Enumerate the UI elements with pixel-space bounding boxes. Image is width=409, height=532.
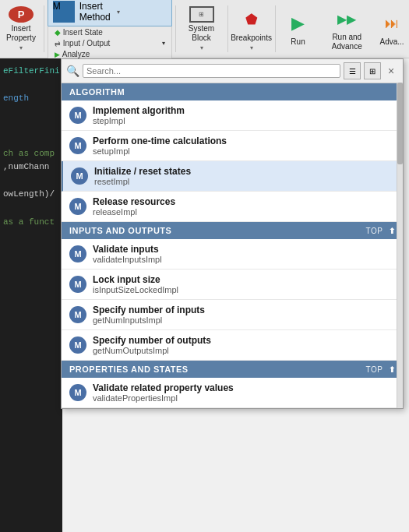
adva-button[interactable]: ⏭ Adva... <box>376 2 407 55</box>
insert-state-button[interactable]: ◆ Insert State <box>51 27 168 37</box>
insert-property-button[interactable]: P InsertProperty ▾ <box>2 2 41 55</box>
validate-properties-item[interactable]: M Validate related property values valid… <box>62 378 403 408</box>
run-icon: ▶ <box>286 11 311 36</box>
initialize-reset-icon: M <box>71 167 88 185</box>
system-block-dropdown[interactable]: ▾ <box>200 44 203 51</box>
initialize-reset-item[interactable]: M Initialize / reset states resetImpl <box>62 161 403 192</box>
breakpoints-icon: ⬟ <box>239 7 264 32</box>
algorithm-section-header: ALGORITHM <box>62 83 403 100</box>
initialize-reset-name: Initialize / reset states <box>94 166 191 177</box>
specify-num-inputs-impl: getNumInputsImpl <box>93 315 205 325</box>
properties-states-arrow[interactable]: ⬆ <box>389 365 396 374</box>
breakpoints-dropdown[interactable]: ▾ <box>250 44 253 51</box>
initialize-reset-text: Initialize / reset states resetImpl <box>94 166 191 186</box>
popup-content: ALGORITHM M Implement algorithm stepImpl… <box>62 83 403 408</box>
popup-search-input[interactable] <box>83 64 340 78</box>
run-button[interactable]: ▶ Run <box>279 2 318 55</box>
popup-panel: 🔍 ☰ ⊞ × ALGORITHM M Implement algorithm … <box>61 58 404 409</box>
release-resources-name: Release resources <box>93 196 175 207</box>
specify-num-outputs-name: Specify number of outputs <box>93 335 211 346</box>
lock-input-size-impl: isInputSizeLockedImpl <box>93 285 178 294</box>
code-line-3: ength <box>3 92 59 106</box>
popup-scrollbar[interactable] <box>397 83 403 408</box>
specify-num-outputs-icon: M <box>69 336 86 354</box>
code-line-6 <box>3 133 59 147</box>
input-output-dropdown[interactable]: ▾ <box>162 40 165 47</box>
code-line-1: eFilterFinishe <box>3 65 59 79</box>
validate-inputs-name: Validate inputs <box>93 244 162 255</box>
insert-state-icon: ◆ <box>55 28 61 37</box>
release-resources-text: Release resources releaseImpl <box>93 196 175 217</box>
perform-calculations-icon: M <box>69 137 86 154</box>
lock-input-size-icon: M <box>69 276 86 293</box>
validate-inputs-item[interactable]: M Validate inputs validateInputsImpl <box>62 239 403 270</box>
implement-algorithm-item[interactable]: M Implement algorithm stepImpl <box>62 100 403 131</box>
validate-inputs-icon: M <box>69 245 86 262</box>
breakpoints-label: Breakpoints <box>231 33 272 43</box>
insert-method-dropdown[interactable]: ▾ <box>117 9 120 16</box>
specify-num-outputs-item[interactable]: M Specify number of outputs getNumOutput… <box>62 330 403 361</box>
specify-num-outputs-impl: getNumOutputsImpl <box>93 346 211 355</box>
validate-properties-icon: M <box>69 384 86 401</box>
insert-property-label: InsertProperty <box>6 24 36 43</box>
algorithm-label: ALGORITHM <box>69 87 125 97</box>
run-label: Run <box>291 37 305 47</box>
release-resources-item[interactable]: M Release resources releaseImpl <box>62 192 403 222</box>
perform-calculations-impl: setupImpl <box>93 146 227 156</box>
popup-scrollbar-thumb <box>397 83 403 164</box>
code-panel: eFilterFinishe ength ch as comp ,numChan… <box>0 58 62 532</box>
initialize-reset-impl: resetImpl <box>94 177 191 186</box>
adva-icon: ⏭ <box>379 11 404 36</box>
properties-states-top-controls: TOP ⬆ <box>366 365 395 374</box>
properties-states-label: PROPERTIES AND STATES <box>69 365 189 374</box>
code-line-4 <box>3 106 59 120</box>
specify-num-inputs-name: Specify number of inputs <box>93 305 205 315</box>
insert-method-button[interactable]: M InsertMethod ▾ <box>48 0 172 26</box>
inputs-outputs-arrow[interactable]: ⬆ <box>389 227 396 235</box>
main-area: eFilterFinishe ength ch as comp ,numChan… <box>0 58 409 532</box>
search-icon: 🔍 <box>66 65 79 77</box>
specify-num-inputs-item[interactable]: M Specify number of inputs getNumInputsI… <box>62 300 403 330</box>
run-and-advance-button[interactable]: ▶▶ Run and Advance <box>319 2 376 55</box>
system-block-icon: ⊞ <box>189 6 214 23</box>
breakpoints-button[interactable]: ⬟ Breakpoints ▾ <box>231 2 271 55</box>
lock-input-size-text: Lock input size isInputSizeLockedImpl <box>93 274 178 294</box>
adva-label: Adva... <box>379 37 404 47</box>
popup-header: 🔍 ☰ ⊞ × <box>62 59 403 83</box>
list-view-button[interactable]: ☰ <box>344 62 361 79</box>
lock-input-size-item[interactable]: M Lock input size isInputSizeLockedImpl <box>62 270 403 300</box>
implement-algorithm-text: Implement algorithm stepImpl <box>93 105 185 125</box>
code-line-7: ch as comp <box>3 147 59 161</box>
validate-inputs-text: Validate inputs validateInputsImpl <box>93 244 162 264</box>
specify-num-inputs-text: Specify number of inputs getNumInputsImp… <box>93 305 205 325</box>
inputs-outputs-top-label: TOP <box>366 227 383 235</box>
insert-property-dropdown[interactable]: ▾ <box>19 44 23 51</box>
release-resources-impl: releaseImpl <box>93 207 175 217</box>
perform-calculations-item[interactable]: M Perform one-time calculations setupImp… <box>62 131 403 161</box>
implement-algorithm-icon: M <box>69 107 86 124</box>
properties-states-top-label: TOP <box>366 365 383 374</box>
input-output-button[interactable]: ⇄ Input / Output ▾ <box>51 38 168 48</box>
validate-inputs-impl: validateInputsImpl <box>93 255 162 264</box>
release-resources-icon: M <box>69 198 86 215</box>
perform-calculations-text: Perform one-time calculations setupImpl <box>93 136 227 156</box>
separator-2 <box>175 5 176 52</box>
system-block-button[interactable]: ⊞ System Block ▾ <box>178 2 224 55</box>
validate-properties-impl: validatePropertiesImpl <box>93 393 234 403</box>
validate-properties-text: Validate related property values validat… <box>93 382 234 403</box>
specify-num-outputs-text: Specify number of outputs getNumOutputsI… <box>93 335 211 355</box>
separator-4 <box>275 5 276 52</box>
grid-view-button[interactable]: ⊞ <box>364 62 381 79</box>
code-line-5 <box>3 119 59 133</box>
properties-states-section-header: PROPERTIES AND STATES TOP ⬆ <box>62 361 403 378</box>
implement-algorithm-name: Implement algorithm <box>93 105 185 116</box>
popup-close-button[interactable]: × <box>384 64 398 78</box>
insert-method-icon: M <box>53 1 75 23</box>
specify-num-inputs-icon: M <box>69 306 86 323</box>
code-line-12: as a funct <box>3 216 59 230</box>
code-line-11 <box>3 202 59 216</box>
inputs-outputs-top-controls: TOP ⬆ <box>366 227 395 235</box>
separator-1 <box>44 5 44 52</box>
validate-properties-name: Validate related property values <box>93 382 234 393</box>
insert-property-icon: P <box>9 6 33 23</box>
